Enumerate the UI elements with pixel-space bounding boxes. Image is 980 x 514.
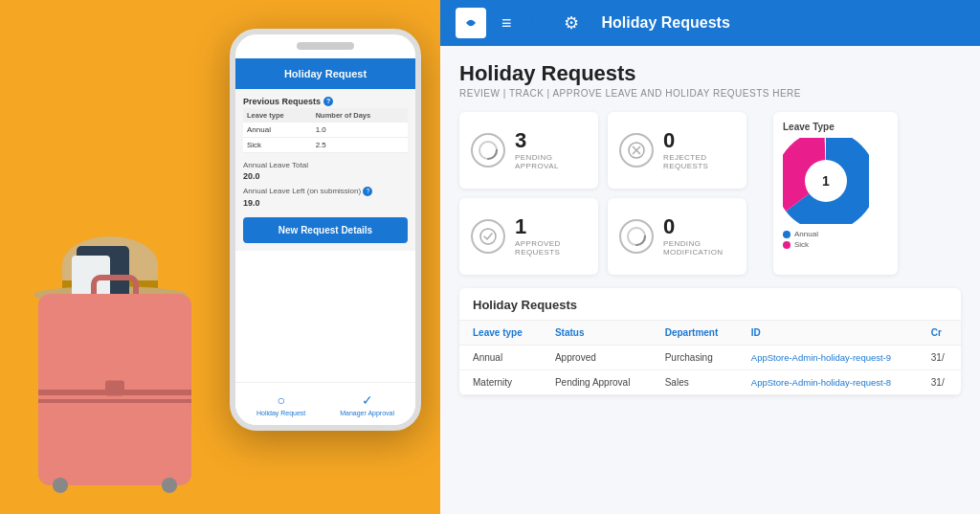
previous-requests-label: Previous Requests ? <box>243 97 408 106</box>
legend-sick-dot <box>783 241 791 249</box>
phone-table-row: Sick2.5 <box>243 138 408 153</box>
stat-label: PENDING APPROVAL <box>515 153 587 170</box>
cell-department: Sales <box>652 370 738 395</box>
phone-table-row: Annual1.0 <box>243 123 408 138</box>
cell-status: Approved <box>542 346 652 370</box>
svg-point-5 <box>480 229 496 244</box>
footer-approval-icon: ✓ <box>340 392 394 408</box>
stats-grid: 3 PENDING APPROVAL 0 REJECTED REQUESTS 1… <box>459 112 746 275</box>
chart-area: Leave Type 1 Annual <box>773 112 898 275</box>
cell-department: Purchasing <box>652 346 738 370</box>
user-icon[interactable]: 👤 <box>527 12 548 34</box>
cell-status: Pending Approval <box>542 370 652 395</box>
footer-manager-approval[interactable]: ✓ Manager Approval <box>340 392 394 416</box>
phone-body: Previous Requests ? Leave type Number of… <box>235 89 415 251</box>
left-panel: Holiday Request Previous Requests ? Leav… <box>0 0 440 514</box>
chart-legend: Annual Sick <box>783 230 888 249</box>
footer-holiday-request[interactable]: ○ Holiday Request <box>256 392 305 416</box>
phone-content: Holiday Request Previous Requests ? Leav… <box>235 58 415 396</box>
phone-notch <box>297 42 354 50</box>
phone-days: 1.0 <box>312 123 408 138</box>
stat-label: APPROVED REQUESTS <box>515 239 587 257</box>
help-icon[interactable]: ? <box>323 97 333 106</box>
table-header: Department <box>652 321 738 346</box>
stat-card: 3 PENDING APPROVAL <box>459 112 598 189</box>
logo-icon <box>461 13 480 33</box>
new-request-button[interactable]: New Request Details <box>243 217 408 243</box>
page-subtitle: REVIEW | TRACK | APPROVE LEAVE AND HOLID… <box>459 88 961 99</box>
phone-leave-type: Sick <box>243 138 312 153</box>
phone-header: Holiday Request <box>235 58 415 89</box>
cell-id[interactable]: AppStore-Admin-holiday-request-9 <box>738 346 918 370</box>
stat-card: 0 REJECTED REQUESTS <box>608 112 746 189</box>
cell-created: 31/ <box>918 370 961 395</box>
annual-leave-left-value: 19.0 <box>243 198 408 208</box>
annual-leave-total-value: 20.0 <box>243 171 408 181</box>
col-days: Number of Days <box>312 108 408 123</box>
col-leave-type: Leave type <box>243 108 312 123</box>
wheel-left <box>53 478 68 493</box>
stat-card: 1 APPROVED REQUESTS <box>459 198 598 275</box>
suitcase-stripe2 <box>38 399 191 403</box>
cell-leave-type: Annual <box>459 346 542 370</box>
holiday-requests-table-section: Holiday Requests Leave typeStatusDepartm… <box>459 288 961 395</box>
cell-leave-type: Maternity <box>459 370 542 395</box>
cell-id[interactable]: AppStore-Admin-holiday-request-8 <box>738 370 918 395</box>
id-link[interactable]: AppStore-Admin-holiday-request-8 <box>751 377 891 388</box>
suitcase-wheels <box>53 478 177 493</box>
illustration <box>19 93 211 495</box>
legend-annual: Annual <box>783 230 888 238</box>
table-row: Maternity Pending Approval Sales AppStor… <box>459 370 961 395</box>
stat-number: 1 <box>515 216 587 237</box>
pie-chart: 1 <box>783 138 869 224</box>
footer-holiday-icon: ○ <box>256 392 305 408</box>
stat-number: 0 <box>663 130 735 151</box>
legend-sick: Sick <box>783 240 888 249</box>
page-title: Holiday Requests <box>459 61 961 86</box>
table-row: Annual Approved Purchasing AppStore-Admi… <box>459 346 961 370</box>
stat-number: 3 <box>515 130 587 151</box>
settings-icon[interactable]: ⚙ <box>564 12 579 34</box>
wheel-right <box>162 478 177 493</box>
table-header: ID <box>738 321 918 346</box>
phone-days: 2.5 <box>312 138 408 153</box>
table-section-title: Holiday Requests <box>459 288 961 321</box>
suitcase <box>38 294 191 485</box>
right-panel: ≡ 👤 ⚙ Holiday Requests Holiday Requests … <box>440 0 980 514</box>
topbar: ≡ 👤 ⚙ Holiday Requests <box>440 0 980 46</box>
app-logo[interactable] <box>456 8 486 38</box>
help-icon-2[interactable]: ? <box>363 187 372 196</box>
annual-leave-total-label: Annual Leave Total <box>243 161 408 169</box>
stat-icon <box>471 133 505 168</box>
suitcase-handle <box>91 275 139 294</box>
table-header: Leave type <box>459 321 542 346</box>
id-link[interactable]: AppStore-Admin-holiday-request-9 <box>751 352 891 363</box>
footer-holiday-label: Holiday Request <box>256 410 305 416</box>
chart-title: Leave Type <box>783 122 888 132</box>
topbar-title: Holiday Requests <box>602 14 730 32</box>
stat-label: REJECTED REQUESTS <box>663 153 735 170</box>
menu-icon[interactable]: ≡ <box>501 13 512 34</box>
phone-footer: ○ Holiday Request ✓ Manager Approval <box>235 382 415 425</box>
legend-annual-dot <box>783 231 791 238</box>
cell-created: 31/ <box>918 346 961 370</box>
stat-number: 0 <box>663 216 735 237</box>
suitcase-lock <box>105 380 124 395</box>
stat-icon <box>471 219 505 254</box>
table-header: Cr <box>918 321 961 346</box>
legend-annual-label: Annual <box>794 230 818 238</box>
annual-leave-left-label: Annual Leave Left (on submission) ? <box>243 187 408 196</box>
phone-mockup: Holiday Request Previous Requests ? Leav… <box>230 29 421 431</box>
phone-leave-type: Annual <box>243 123 312 138</box>
footer-approval-label: Manager Approval <box>340 410 394 416</box>
stat-icon <box>619 133 654 168</box>
previous-requests-table: Leave type Number of Days Annual1.0Sick2… <box>243 108 408 153</box>
table-header: Status <box>542 321 652 346</box>
stat-icon <box>619 219 654 254</box>
stat-label: PENDING MODIFICATION <box>663 239 735 257</box>
holiday-requests-table: Leave typeStatusDepartmentIDCr Annual Ap… <box>459 321 961 395</box>
main-content: Holiday Requests REVIEW | TRACK | APPROV… <box>440 46 980 514</box>
legend-sick-label: Sick <box>794 240 809 249</box>
chart-center-number: 1 <box>822 173 830 189</box>
stat-card: 0 PENDING MODIFICATION <box>608 198 746 275</box>
